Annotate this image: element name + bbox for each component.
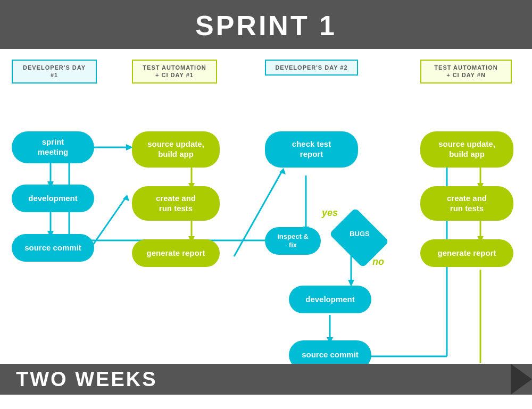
source-commit1-node: source commit xyxy=(12,234,94,262)
yes-label: yes xyxy=(322,207,338,219)
col-header-dev1: DEVELOPER'S DAY #1 xyxy=(12,60,97,84)
sprint-meeting-node: sprintmeeting xyxy=(12,131,94,163)
generate-report1-node: generate report xyxy=(132,239,220,267)
svg-marker-11 xyxy=(279,168,286,174)
main-content: DEVELOPER'S DAY #1 TEST AUTOMATION+ CI D… xyxy=(0,49,532,395)
source-update1-node: source update,build app xyxy=(132,131,220,168)
timeline-arrow-icon xyxy=(511,364,532,395)
development2-node: development xyxy=(289,286,371,313)
timeline-label: TWO WEEKS xyxy=(16,368,157,391)
create-run-tests1-node: create andrun tests xyxy=(132,186,220,221)
generate-report2-node: generate report xyxy=(420,239,513,267)
inspect-fix-node: inspect &fix xyxy=(265,227,321,255)
check-test-report-node: check testreport xyxy=(265,131,358,168)
svg-line-4 xyxy=(89,198,126,250)
svg-marker-5 xyxy=(123,195,129,201)
no-label: no xyxy=(372,256,384,268)
col-header-cin: TEST AUTOMATION+ CI DAY #N xyxy=(420,60,512,84)
col-header-dev2: DEVELOPER'S DAY #2 xyxy=(265,60,358,76)
bugs-label: BUGS xyxy=(336,230,383,238)
development1-node: development xyxy=(12,185,94,212)
col-header-ci1: TEST AUTOMATION+ CI DAY #1 xyxy=(132,60,217,84)
page-title: SPRINT 1 xyxy=(0,10,532,41)
timeline-bar: TWO WEEKS xyxy=(0,364,532,395)
arrows-overlay xyxy=(0,49,532,395)
create-run-tests2-node: create andrun tests xyxy=(420,186,513,221)
source-update2-node: source update,build app xyxy=(420,131,513,168)
page-header: SPRINT 1 xyxy=(0,0,532,49)
